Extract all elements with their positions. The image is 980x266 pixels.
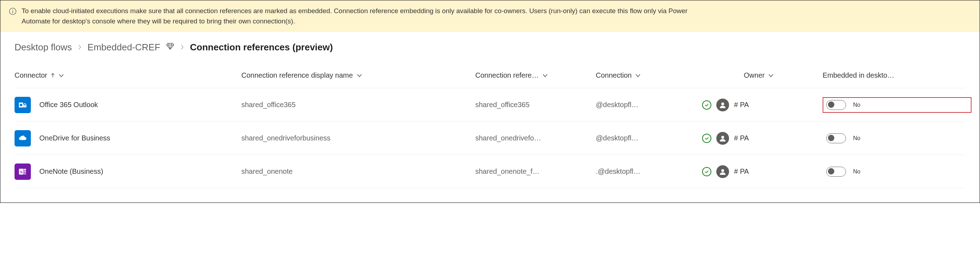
column-header-owner[interactable]: Owner	[702, 71, 822, 80]
breadcrumb-current: Connection references (preview)	[190, 42, 333, 53]
embedded-label: No	[853, 169, 860, 175]
connection-references-table: Connector Connection reference display n…	[0, 63, 980, 202]
owner-avatar-icon	[716, 165, 729, 178]
owner-name: # PA	[734, 167, 749, 175]
column-header-label: Embedded in deskto…	[822, 71, 894, 80]
chevron-down-icon	[768, 71, 774, 80]
column-header-label: Connection refere…	[475, 71, 539, 80]
onenote-icon: N	[14, 164, 31, 180]
connection-value: @desktopfl…	[596, 101, 702, 109]
svg-point-1	[13, 10, 13, 10]
column-header-label: Connector	[14, 71, 47, 80]
logical-name: shared_onedrivefo…	[475, 134, 596, 142]
outlook-icon	[14, 97, 31, 113]
status-ok-icon	[702, 134, 711, 143]
column-header-label: Owner	[744, 71, 765, 80]
column-header-label: Connection	[596, 71, 632, 80]
owner-name: # PA	[734, 134, 749, 142]
info-banner: To enable cloud-initiated executions mak…	[0, 0, 980, 32]
table-row[interactable]: Office 365 Outlook shared_office365 shar…	[14, 88, 966, 122]
svg-point-7	[721, 136, 724, 139]
column-header-display-name[interactable]: Connection reference display name	[241, 71, 475, 80]
svg-point-6	[721, 102, 724, 105]
connector-name: OneDrive for Business	[39, 134, 110, 142]
chevron-down-icon	[59, 71, 64, 80]
embedded-label: No	[853, 135, 860, 142]
svg-rect-9	[24, 169, 26, 170]
svg-point-13	[721, 169, 724, 172]
display-name: shared_onedriveforbusiness	[241, 134, 475, 142]
svg-text:N: N	[20, 170, 23, 174]
logical-name: shared_onenote_f…	[475, 167, 596, 175]
info-icon	[9, 6, 17, 18]
embedded-toggle[interactable]	[826, 133, 846, 143]
display-name: shared_onenote	[241, 167, 475, 175]
onedrive-icon	[14, 130, 31, 147]
embedded-toggle[interactable]	[826, 167, 846, 177]
display-name: shared_office365	[241, 101, 475, 109]
column-header-label: Connection reference display name	[241, 71, 353, 80]
svg-rect-11	[24, 173, 26, 175]
table-row[interactable]: N OneNote (Business) shared_onenote shar…	[14, 155, 966, 188]
owner-name: # PA	[734, 101, 749, 109]
chevron-right-icon	[78, 42, 82, 53]
svg-rect-10	[24, 170, 26, 172]
chevron-down-icon	[635, 71, 641, 80]
breadcrumb-desktop-flows[interactable]: Desktop flows	[14, 42, 72, 53]
table-row[interactable]: OneDrive for Business shared_onedrivefor…	[14, 122, 966, 155]
premium-diamond-icon	[166, 42, 174, 53]
table-header: Connector Connection reference display n…	[14, 63, 966, 88]
chevron-right-icon	[180, 42, 184, 53]
breadcrumb-flow-name[interactable]: Embedded-CREF	[88, 42, 160, 53]
status-ok-icon	[702, 100, 711, 110]
connector-name: Office 365 Outlook	[39, 101, 98, 109]
breadcrumb: Desktop flows Embedded-CREF Connection r…	[0, 32, 980, 63]
column-header-embedded[interactable]: Embedded in deskto…	[822, 71, 972, 80]
sort-ascending-icon	[51, 71, 55, 80]
connection-value: .@desktopfl…	[596, 167, 702, 175]
info-banner-text: To enable cloud-initiated executions mak…	[22, 6, 702, 26]
connection-value: @desktopfl…	[596, 134, 702, 142]
logical-name: shared_office365	[475, 101, 596, 109]
connector-name: OneNote (Business)	[39, 167, 103, 175]
embedded-toggle[interactable]	[826, 100, 846, 110]
svg-rect-5	[20, 104, 22, 106]
owner-avatar-icon	[716, 99, 729, 111]
chevron-down-icon	[542, 71, 548, 80]
column-header-connection[interactable]: Connection	[596, 71, 702, 80]
status-ok-icon	[702, 167, 711, 176]
embedded-label: No	[853, 102, 860, 108]
owner-avatar-icon	[716, 132, 729, 145]
chevron-down-icon	[356, 71, 362, 80]
column-header-connector[interactable]: Connector	[14, 71, 241, 80]
column-header-logical-name[interactable]: Connection refere…	[475, 71, 596, 80]
